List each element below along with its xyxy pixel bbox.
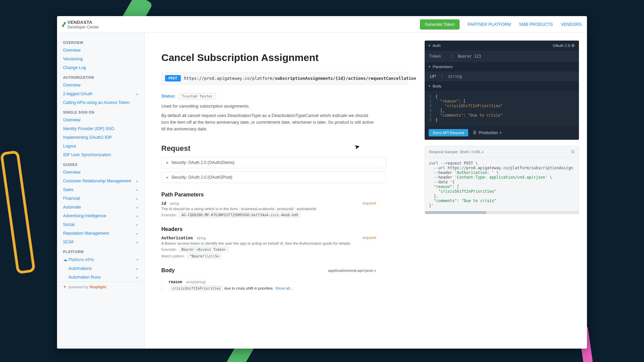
cursor-icon: ➤ xyxy=(354,142,361,151)
chevron-right-icon: ▶ xyxy=(166,161,169,164)
code-line: "reason": [ xyxy=(429,184,575,189)
request-sample-panel: Request Sample: Shell / cURL ▾ ⧉ curl --… xyxy=(425,146,579,214)
sidebar-item[interactable]: Implementing OAuth2 IDP xyxy=(57,133,144,142)
chevron-right-icon: ▸ xyxy=(137,197,138,200)
param-key: id* xyxy=(429,74,436,79)
param-id-desc: The id should be a string which is in th… xyxy=(161,207,376,211)
description-2: By default all cancel request uses Deact… xyxy=(161,112,376,132)
cloud-icon: ☁ xyxy=(63,257,68,262)
sidebar-item-label: Overview xyxy=(63,83,80,87)
code-line: 2 "reason": [ xyxy=(429,99,574,104)
header-auth-name: Authorization xyxy=(161,236,193,240)
sidebar-item-label: Customer Relationship Management xyxy=(63,179,131,183)
chevron-right-icon: ▸ xyxy=(137,92,138,96)
sidebar-item[interactable]: IDP User Synchronization xyxy=(57,150,144,159)
sidebar-item[interactable]: ☁ Platform APIs▾ xyxy=(57,255,144,264)
code-line: --data '{ xyxy=(429,180,575,184)
sidebar-item[interactable]: Sales▸ xyxy=(57,185,144,194)
horizontal-scrollbar[interactable] xyxy=(425,211,579,214)
auth-header[interactable]: ▾Auth OAuth 2.0 ⚙ xyxy=(425,41,579,51)
sidebar-item[interactable]: Social▸ xyxy=(57,220,144,229)
nav-partner-platform[interactable]: PARTNER PLATFORM xyxy=(468,22,511,27)
sidebar-item-label: Advertising Intelligence xyxy=(63,214,106,218)
nav-smb-products[interactable]: SMB PRODUCTS xyxy=(519,22,553,27)
token-label: Token xyxy=(429,54,446,59)
endpoint-url: https://prod.apigateway.co/platform/subs… xyxy=(184,76,416,81)
sidebar-item[interactable]: Reputation Management▸ xyxy=(57,229,144,238)
sidebar-item[interactable]: SCIM▸ xyxy=(57,238,144,246)
sidebar-group-title: GUIDES xyxy=(57,159,144,168)
try-footer: Send API Request ☰ Production ▾ xyxy=(425,126,579,140)
sidebar-item-label: 2-legged OAuth xyxy=(63,92,93,96)
parameter-row: id* : string xyxy=(425,71,579,81)
copy-icon[interactable]: ⧉ xyxy=(571,149,575,155)
send-request-button[interactable]: Send API Request xyxy=(429,129,468,136)
sample-title[interactable]: Request Sample: Shell / cURL ▾ xyxy=(429,150,484,154)
powered-by-label: powered by xyxy=(68,285,90,289)
body-editor[interactable]: 1{2 "reason": [3 "crisisShiftInPrioritie… xyxy=(425,91,579,126)
code-line: --url https://prod.apigateway.co/platfor… xyxy=(429,166,575,170)
sidebar-item[interactable]: Automations▸ xyxy=(57,264,144,273)
sidebar-item[interactable]: Identity Provider (IDP) SSO xyxy=(57,124,144,133)
token-value[interactable]: Bearer 123 xyxy=(458,54,481,59)
code-line: "comments": "Due to crisis" xyxy=(429,198,575,203)
nav-vendors[interactable]: VENDORS xyxy=(561,22,582,27)
body-field-name: reason xyxy=(168,280,182,284)
sidebar-item[interactable]: Overview xyxy=(57,46,144,55)
app-window: ▞ VENDASTA Developer Center Generate Tok… xyxy=(57,16,587,349)
sidebar-footer[interactable]: ✦ powered by Stoplight xyxy=(57,282,144,292)
security-label-2: Security: OAuth 2.0 (OAuth2Prod) xyxy=(171,175,232,180)
code-line: 1{ xyxy=(429,94,574,99)
show-all-link[interactable]: Show all... xyxy=(275,286,293,290)
sidebar-item[interactable]: Versioning xyxy=(57,55,144,63)
auth-token-row: Token : Bearer 123 xyxy=(425,51,579,62)
sidebar-item[interactable]: 2-legged OAuth▸ xyxy=(57,89,144,98)
sidebar-item[interactable]: Customer Relationship Management▸ xyxy=(57,177,144,185)
chevron-down-icon: ▾ xyxy=(374,269,376,273)
sidebar-item[interactable]: Overview xyxy=(57,168,144,177)
headers-heading: Headers xyxy=(161,226,408,232)
sample-code[interactable]: curl --request POST \ --url https://prod… xyxy=(425,158,579,211)
sidebar-item[interactable]: Overview xyxy=(57,116,144,124)
parameters-header[interactable]: ▾Parameters xyxy=(425,62,579,71)
param-id-name: id xyxy=(161,201,166,206)
param-id-example: AG-CQD82R6:MP-R7G3NPSST725DMSVGD:beff34a… xyxy=(179,212,301,218)
chevron-right-icon: ▶ xyxy=(166,176,169,179)
brand[interactable]: ▞ VENDASTA Developer Center xyxy=(62,20,99,29)
security-box-1[interactable]: ▶ Security: OAuth 2.0 (OAuth2Demo) xyxy=(161,157,386,168)
sidebar-item[interactable]: Overview xyxy=(57,81,144,89)
sidebar-item[interactable]: Change Log xyxy=(57,63,144,72)
try-it-panel: ▾Auth OAuth 2.0 ⚙ Token : Bearer 123 ▾Pa… xyxy=(425,41,579,140)
sidebar-item[interactable]: Automate▸ xyxy=(57,203,144,212)
chevron-right-icon: ▸ xyxy=(137,276,138,279)
body-title: Body xyxy=(433,84,441,88)
body-header[interactable]: ▾Body xyxy=(425,81,579,91)
sidebar-item[interactable]: Logout xyxy=(57,142,144,150)
brand-logo-icon: ▞ xyxy=(62,22,65,27)
chevron-right-icon: ▸ xyxy=(137,188,138,192)
sidebar-item-label: Automate xyxy=(63,205,81,209)
sidebar-item-label: Sales xyxy=(63,187,73,192)
sidebar-item-label: Change Log xyxy=(63,65,86,70)
sidebar-item[interactable]: Financial▸ xyxy=(57,194,144,203)
auth-scheme[interactable]: OAuth 2.0 ⚙ xyxy=(553,43,575,48)
status-label: Status: xyxy=(161,94,175,99)
sidebar[interactable]: OVERVIEWOverviewVersioningChange LogAUTH… xyxy=(57,33,145,349)
security-box-2[interactable]: ▶ Security: OAuth 2.0 (OAuth2Prod) xyxy=(161,172,386,183)
sidebar-item[interactable]: Advertising Intelligence▸ xyxy=(57,212,144,220)
sidebar-item[interactable]: Calling APIs using an Access Token xyxy=(57,98,144,107)
sidebar-item-label: IDP User Synchronization xyxy=(63,153,111,157)
generate-token-button[interactable]: Generate Token xyxy=(420,19,460,29)
header-auth-type: string xyxy=(197,236,206,240)
body-content-type[interactable]: application/vnd.api+json ▾ xyxy=(328,268,376,273)
environment-selector[interactable]: ☰ Production ▾ xyxy=(473,130,501,135)
param-value[interactable]: string xyxy=(448,74,462,79)
http-method-badge: POST xyxy=(165,75,181,81)
page-title: Cancel Subscription Assignment xyxy=(161,52,408,63)
sidebar-group-title: OVERVIEW xyxy=(57,37,144,46)
sidebar-item-label: Implementing OAuth2 IDP xyxy=(63,135,112,140)
sidebar-group-title: SINGLE SIGN ON xyxy=(57,107,144,116)
auth-title: Auth xyxy=(433,44,441,48)
sidebar-group-title: PLATFORM xyxy=(57,246,144,255)
sidebar-item[interactable]: Automation Runs▸ xyxy=(57,273,144,282)
